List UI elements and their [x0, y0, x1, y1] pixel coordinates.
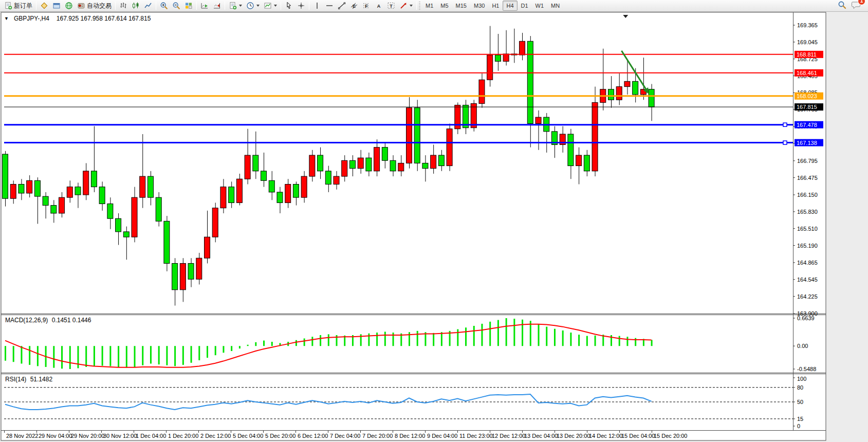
- new-order-button[interactable]: 新订单: [2, 1, 34, 11]
- notification-badge: 1: [858, 0, 865, 5]
- toolbar-separator: [36, 2, 36, 10]
- svg-text:-0.5488: -0.5488: [797, 366, 816, 372]
- periods-dropdown-caret[interactable]: [256, 5, 260, 7]
- line-chart-icon: [144, 2, 152, 10]
- autotrading-icon: [77, 2, 85, 10]
- toolbar-separator: [281, 2, 281, 10]
- notifications-icon[interactable]: 1: [852, 1, 861, 11]
- svg-text:6 Dec 12:00: 6 Dec 12:00: [298, 433, 328, 439]
- svg-text:29 Nov 04:00: 29 Nov 04:00: [39, 433, 72, 439]
- chart-canvas[interactable]: 169.365169.045168.725168.405168.085167.7…: [0, 0, 868, 442]
- svg-text:11 Dec 23:00: 11 Dec 23:00: [459, 433, 493, 439]
- zoom-out-icon: [172, 2, 180, 10]
- autotrading-label: 自动交易: [87, 2, 112, 10]
- indicators-button[interactable]: [227, 1, 244, 11]
- macd-values: 0.1451 0.1446: [52, 317, 91, 324]
- arrows-dropdown-caret[interactable]: [410, 5, 413, 7]
- chart-shift-button[interactable]: [211, 1, 223, 11]
- timeframe-m5[interactable]: M5: [437, 1, 452, 11]
- chart-window: [1, 12, 826, 440]
- svg-text:166.795: 166.795: [797, 158, 818, 164]
- arrows-button[interactable]: [397, 1, 415, 11]
- vertical-line-button[interactable]: [311, 1, 323, 11]
- svg-text:13 Dec 04:00: 13 Dec 04:00: [524, 433, 558, 439]
- timeframe-m1[interactable]: M1: [422, 1, 437, 11]
- svg-text:28 Nov 2022: 28 Nov 2022: [6, 433, 38, 439]
- svg-text:168.461: 168.461: [797, 70, 817, 76]
- templates-dropdown-caret[interactable]: [274, 5, 277, 7]
- bar-chart-icon: [119, 2, 127, 10]
- svg-text:14 Dec 12:00: 14 Dec 12:00: [589, 433, 622, 439]
- toolbar-separator: [115, 2, 116, 10]
- candle-chart-button[interactable]: [130, 1, 142, 11]
- text-icon: A: [375, 2, 383, 10]
- symbol-period-label: GBPJPY-,H4: [14, 15, 49, 22]
- trendline-button[interactable]: [336, 1, 348, 11]
- svg-text:1 Dec 20:00: 1 Dec 20:00: [168, 433, 198, 439]
- rsi-value: 51.1482: [30, 376, 52, 383]
- svg-text:0.00: 0.00: [797, 343, 808, 349]
- timeframe-h1[interactable]: H1: [488, 1, 503, 11]
- fibonacci-button[interactable]: F: [360, 1, 373, 11]
- svg-text:100: 100: [797, 376, 806, 382]
- timeframe-mn[interactable]: MN: [547, 1, 563, 11]
- zoom-in-icon: [160, 2, 168, 10]
- timeframe-m30[interactable]: M30: [470, 1, 488, 11]
- one-click-trading-expander[interactable]: ▼: [4, 16, 9, 21]
- autotrading-button[interactable]: 自动交易: [75, 1, 114, 11]
- svg-text:164.865: 164.865: [797, 260, 818, 266]
- auto-scroll-button[interactable]: [198, 1, 211, 11]
- svg-text:5 Dec 04:00: 5 Dec 04:00: [233, 433, 263, 439]
- svg-text:15 Dec 04:00: 15 Dec 04:00: [621, 433, 655, 439]
- macd-name: MACD(12,26,9): [5, 317, 48, 324]
- periods-icon: [246, 2, 254, 10]
- market-icon: [40, 2, 48, 10]
- toolbar-separator: [309, 2, 309, 10]
- templates-icon: [264, 2, 272, 10]
- cursor-icon: [285, 2, 293, 10]
- toolbar-separator: [416, 2, 417, 10]
- rsi-name: RSI(14): [5, 376, 26, 383]
- line-chart-button[interactable]: [142, 1, 154, 11]
- fibonacci-icon: F: [362, 2, 371, 10]
- signals-icon: [65, 2, 73, 10]
- svg-text:169.045: 169.045: [797, 39, 818, 45]
- templates-button[interactable]: [262, 1, 279, 11]
- periods-button[interactable]: [244, 1, 262, 11]
- indicators-dropdown-caret[interactable]: [239, 5, 242, 7]
- timeframe-d1[interactable]: D1: [518, 1, 532, 11]
- community-icon: [52, 2, 61, 10]
- timeframe-m15[interactable]: M15: [452, 1, 470, 11]
- svg-text:166.150: 166.150: [797, 192, 818, 198]
- zoom-out-button[interactable]: [170, 1, 182, 11]
- cursor-button[interactable]: [283, 1, 295, 11]
- timeframe-w1[interactable]: W1: [532, 1, 548, 11]
- crosshair-icon: [297, 2, 305, 10]
- svg-text:T: T: [390, 4, 393, 9]
- signals-button[interactable]: [63, 1, 75, 11]
- horizontal-line-button[interactable]: [323, 1, 336, 11]
- market-button[interactable]: [38, 1, 50, 11]
- crosshair-button[interactable]: [295, 1, 307, 11]
- bar-chart-button[interactable]: [117, 1, 130, 11]
- macd-indicator-label: MACD(12,26,9) 0.1451 0.1446: [5, 317, 93, 324]
- community-button[interactable]: [50, 1, 63, 11]
- svg-text:167.138: 167.138: [797, 140, 817, 146]
- text-button[interactable]: A: [373, 1, 385, 11]
- search-icon[interactable]: [838, 1, 846, 11]
- ohlc-quote: 167.925 167.958 167.614 167.815: [57, 15, 151, 22]
- line-handle[interactable]: [783, 123, 787, 126]
- rsi-indicator-label: RSI(14) 51.1482: [5, 376, 54, 383]
- timeframe-h4[interactable]: H4: [503, 1, 517, 11]
- svg-text:166.475: 166.475: [797, 175, 818, 181]
- text-label-icon: T: [387, 2, 395, 10]
- tile-windows-button[interactable]: [182, 1, 195, 11]
- zoom-in-button[interactable]: [158, 1, 170, 11]
- svg-text:7 Dec 04:00: 7 Dec 04:00: [330, 433, 360, 439]
- channel-button[interactable]: E: [348, 1, 360, 11]
- svg-text:30 Nov 12:00: 30 Nov 12:00: [103, 433, 137, 439]
- svg-text:15: 15: [797, 416, 803, 422]
- text-label-button[interactable]: T: [385, 1, 397, 11]
- line-handle[interactable]: [783, 141, 787, 144]
- svg-text:167.815: 167.815: [797, 104, 817, 110]
